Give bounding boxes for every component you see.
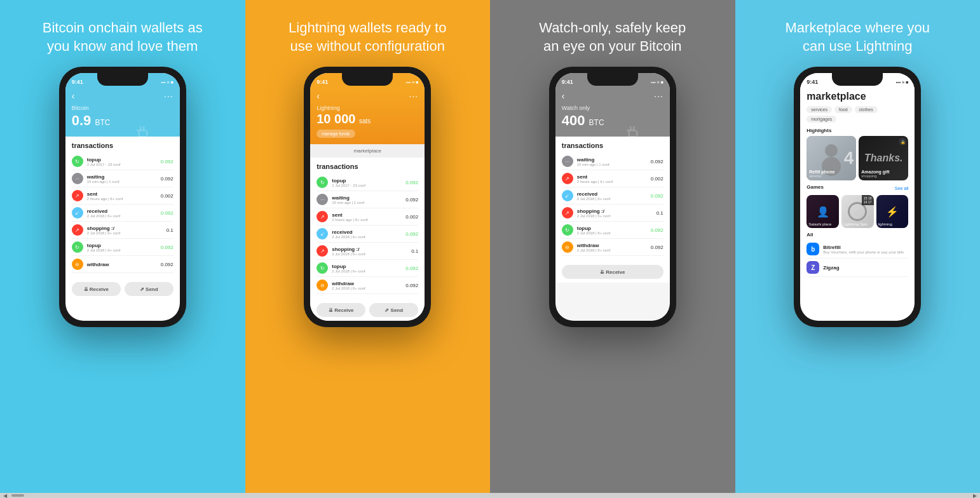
phone-notch: [97, 73, 148, 86]
marketplace-tab[interactable]: marketplace: [310, 144, 425, 158]
transactions-section: transactions ··· waiting 15 min ago | 1 …: [555, 137, 670, 261]
tx-icon-topup2: ↻: [72, 241, 83, 253]
table-row: ↻ topup 2 Jul 2018 | 6+ conf 0.092: [562, 222, 664, 239]
tx-icon: ↙: [562, 190, 573, 201]
wallet-info: Watch only 400 BTC ₿: [562, 105, 664, 129]
tx-name: withdraw: [87, 262, 161, 267]
table-row: ↙ received 2 Jul 2018 | 6+ conf 0.092: [562, 187, 664, 205]
all-info: Zigzag: [823, 265, 908, 271]
scroll-left-arrow[interactable]: ◀: [1, 493, 9, 498]
more-button[interactable]: ···: [654, 91, 664, 101]
scroll-thumb[interactable]: [11, 494, 24, 497]
status-icons: ▪▪▪ ≈ ■: [651, 80, 663, 84]
transactions-section: transactions ↻ topup 2 Jul 2017 - 23 con…: [65, 137, 180, 278]
manage-funds-button[interactable]: manage funds: [316, 130, 355, 138]
phone-bitcoin: 9:41 ▪▪▪ ≈ ■ ‹ ··· Bitcoin 0.9 BTC ₿: [59, 67, 186, 327]
tx-name: received: [332, 229, 405, 235]
tx-date: 2 Jul 2018 | 6+ conf: [332, 286, 405, 290]
table-row: ↗ shopping :/ 2 Jul 2018 | 6+ conf 0.1: [316, 243, 418, 260]
tx-icon: ↗: [562, 173, 573, 184]
highlight-card-amazong[interactable]: Thanks. 🔒 Amazong gift shopping: [859, 136, 908, 180]
tx-icon: ↻: [316, 177, 328, 188]
tx-info: waiting 15 min ago | 1 conf: [87, 174, 161, 184]
tx-icon: ↗: [562, 207, 573, 219]
thanks-text: Thanks.: [864, 152, 902, 164]
tx-icon-shopping: ↗: [72, 224, 83, 236]
tx-icon: ···: [562, 156, 573, 167]
horizontal-scrollbar[interactable]: ◀ ▶: [0, 493, 980, 498]
tx-date: 2 Jul 2018 | 6+ conf: [87, 248, 161, 252]
phone-lightning: 9:41 ▪▪▪ ≈ ■ ‹ ··· Lightning 10 000 sats…: [304, 67, 431, 327]
tx-info: withdraw 2 Jul 2018 | 6+ conf: [332, 281, 405, 290]
status-time: 9:41: [562, 79, 573, 85]
tx-icon-topup: ↻: [72, 156, 83, 167]
back-button[interactable]: ‹: [72, 91, 75, 101]
tx-info: shopping :/ 2 Jul 2018 | 6+ conf: [577, 208, 657, 218]
tx-amount: 0.002: [405, 214, 418, 220]
highlight-cards: 4 Refill phone service Thanks. 🔒: [806, 136, 908, 180]
receive-button[interactable]: ⇊ Receive: [316, 303, 365, 317]
game-label: Lightning Spin: [843, 222, 868, 226]
tx-name: withdraw: [332, 281, 405, 286]
all-label: All: [806, 232, 908, 238]
receive-button[interactable]: ⇊ Receive: [562, 265, 664, 279]
tx-amount: 0.092: [651, 245, 664, 250]
transactions-section: transactions ↻ topup 2 Jul 2017 - 23 con…: [310, 158, 425, 299]
action-buttons: ⇊ Receive: [555, 261, 670, 283]
nav-bar: ‹ ···: [316, 91, 418, 101]
back-button[interactable]: ‹: [562, 91, 565, 101]
tx-name: withdraw: [577, 243, 651, 248]
game-card-satashi[interactable]: 👤 Satashi place: [806, 195, 839, 228]
tx-amount: 0.002: [651, 176, 664, 182]
card-text: Refill phone service: [809, 170, 834, 178]
phone-watchonly: 9:41 ▪▪▪ ≈ ■ ‹ ··· Watch only 400 BTC ₿: [549, 67, 676, 327]
tx-amount: 0.092: [161, 159, 174, 165]
category-food[interactable]: food: [834, 106, 852, 113]
send-button[interactable]: ⇗ Send: [369, 303, 418, 317]
tx-amount: 0.1: [167, 227, 174, 233]
tx-amount: 0.092: [405, 283, 418, 288]
send-button[interactable]: ⇗ Send: [125, 282, 174, 296]
tx-info: sent 2 hours ago | 6+ conf: [87, 191, 161, 201]
tx-info: waiting 15 min ago | 1 conf: [577, 157, 651, 166]
games-header: Games See all: [806, 184, 908, 192]
category-tabs: services food clothes mortgages: [806, 106, 908, 123]
table-row: ↗ sent 2 hours ago | 6+ conf 0.002: [72, 187, 174, 205]
game-label: lightning: [878, 222, 892, 226]
panel-bitcoin: Bitcoin onchain wallets as you know and …: [0, 0, 245, 498]
card-name: Amazong gift: [861, 170, 889, 174]
status-icons: ▪▪▪ ≈ ■: [406, 80, 418, 84]
more-button[interactable]: ···: [409, 91, 419, 101]
tx-date: 2 Jul 2018 | 6+ conf: [332, 252, 411, 256]
tx-name: sent: [577, 174, 651, 180]
category-mortgages[interactable]: mortgages: [806, 116, 836, 123]
receive-button[interactable]: ⇊ Receive: [72, 282, 121, 296]
game-card-spin[interactable]: 15 1814 17 Lightning Spin: [841, 195, 874, 228]
game-card-lightning[interactable]: ⚡ lightning: [876, 195, 909, 228]
category-clothes[interactable]: clothes: [855, 106, 878, 113]
panel-marketplace-title: Marketplace where you can use Lightning: [775, 19, 940, 55]
game-label: Satashi place: [808, 222, 831, 226]
list-item[interactable]: b Bitrefill Buy Vouchers, refill your ph…: [806, 240, 908, 259]
table-row: ⊖ withdraw 2 Jul 2018 | 6+ conf 0.092: [562, 239, 664, 256]
tx-name: waiting: [577, 157, 651, 163]
tx-amount: 0.002: [161, 193, 174, 199]
scroll-right-arrow[interactable]: ▶: [971, 493, 979, 498]
tx-date: 2 Jul 2018 | 6+ conf: [577, 231, 651, 235]
back-button[interactable]: ‹: [316, 91, 320, 101]
highlight-card-refill[interactable]: 4 Refill phone service: [806, 136, 856, 180]
tx-info: shopping :/ 2 Jul 2018 | 6+ conf: [332, 246, 411, 256]
tx-name: topup: [577, 225, 651, 231]
see-all-button[interactable]: See all: [895, 186, 908, 191]
tx-name: shopping :/: [332, 246, 411, 252]
tx-date: 2 Jul 2017 - 23 conf: [332, 184, 405, 187]
marketplace-title: marketplace: [806, 91, 908, 102]
list-item[interactable]: Z Zigzag: [806, 259, 908, 277]
tx-name: shopping :/: [577, 208, 657, 214]
wallet-label: Bitcoin: [72, 105, 174, 111]
more-button[interactable]: ···: [164, 91, 174, 101]
tx-amount: 0.1: [411, 248, 418, 254]
category-services[interactable]: services: [806, 106, 832, 113]
bitrefill-icon: b: [806, 243, 819, 255]
tx-date: 2 Jul 2018 | 6+ conf: [577, 214, 657, 218]
